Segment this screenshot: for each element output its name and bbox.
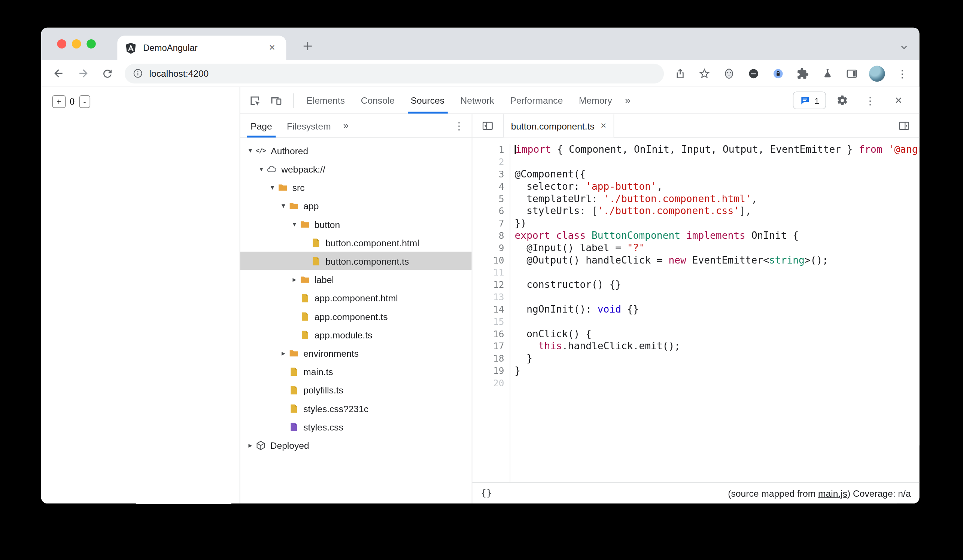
- tree-item-webpack[interactable]: ▾webpack://: [240, 159, 472, 178]
- panel-tab-memory[interactable]: Memory: [571, 87, 620, 114]
- line-number[interactable]: 1: [499, 144, 504, 156]
- tree-item-button-component-html[interactable]: button.component.html: [240, 233, 472, 252]
- file-icon: [300, 293, 310, 303]
- tree-item-app-component-ts[interactable]: app.component.ts: [240, 307, 472, 325]
- new-tab-button[interactable]: [298, 37, 317, 55]
- tree-item-environments[interactable]: ▸environments: [240, 344, 472, 363]
- devtools-close-button[interactable]: ×: [890, 92, 907, 109]
- profile-avatar[interactable]: [869, 65, 885, 82]
- navigator-menu-button[interactable]: ⋮: [446, 114, 472, 138]
- tree-item-styles-css-231c[interactable]: styles.css?231c: [240, 399, 472, 418]
- decrement-button[interactable]: -: [79, 95, 90, 108]
- tree-item-main-ts[interactable]: main.ts: [240, 363, 472, 381]
- minimize-window-button[interactable]: [72, 39, 81, 49]
- navigator-tab-page[interactable]: Page: [243, 114, 280, 138]
- line-number[interactable]: 18: [493, 353, 504, 365]
- expander-icon[interactable]: ▾: [289, 220, 300, 228]
- tree-item-label: app.module.ts: [315, 329, 373, 340]
- tree-item-polyfills-ts[interactable]: polyfills.ts: [240, 381, 472, 399]
- side-panel-button[interactable]: [844, 66, 859, 81]
- file-tab-close-button[interactable]: ×: [601, 120, 606, 131]
- status-prefix: (source mapped from: [728, 488, 818, 498]
- devtools-menu-button[interactable]: ⋮: [861, 92, 879, 109]
- line-number[interactable]: 3: [499, 168, 504, 180]
- device-toolbar-button[interactable]: [268, 92, 285, 109]
- inspect-element-button[interactable]: [246, 92, 264, 109]
- extension-dark-button[interactable]: [746, 66, 761, 81]
- toggle-navigator-button[interactable]: [477, 114, 498, 138]
- back-button[interactable]: [51, 66, 65, 81]
- line-number[interactable]: 9: [499, 242, 504, 254]
- line-number[interactable]: 16: [493, 328, 504, 340]
- expander-icon[interactable]: ▸: [289, 275, 300, 284]
- more-navigator-tabs-button[interactable]: »: [338, 114, 353, 138]
- line-number[interactable]: 4: [499, 180, 504, 193]
- line-number[interactable]: 10: [493, 254, 504, 267]
- share-icon: [674, 67, 686, 79]
- panel-tab-performance[interactable]: Performance: [502, 87, 571, 114]
- line-number[interactable]: 11: [493, 267, 504, 279]
- line-number[interactable]: 6: [499, 205, 504, 217]
- site-info-icon[interactable]: [133, 68, 143, 79]
- tree-item-src[interactable]: ▾src: [240, 178, 472, 196]
- increment-button[interactable]: +: [52, 95, 65, 108]
- bookmark-button[interactable]: [697, 66, 712, 81]
- browser-menu-button[interactable]: ⋮: [895, 66, 909, 81]
- expander-icon[interactable]: ▾: [245, 146, 255, 155]
- zoom-window-button[interactable]: [86, 39, 96, 49]
- tree-item-app[interactable]: ▾app: [240, 196, 472, 215]
- code-editor[interactable]: 1234567891011121314151617181920 import {…: [472, 138, 919, 482]
- tree-item-button-component-ts[interactable]: button.component.ts: [240, 252, 472, 270]
- more-panel-tabs-button[interactable]: »: [620, 95, 636, 106]
- expander-icon[interactable]: ▾: [256, 165, 267, 173]
- browser-tab[interactable]: DemoAngular ×: [117, 36, 286, 60]
- expander-icon[interactable]: ▸: [245, 441, 255, 450]
- folder-icon: [277, 182, 288, 193]
- expander-icon[interactable]: ▾: [268, 183, 278, 192]
- reload-button[interactable]: [100, 66, 115, 81]
- forward-button[interactable]: [76, 66, 90, 81]
- line-number[interactable]: 2: [499, 156, 504, 168]
- line-number[interactable]: 8: [499, 230, 504, 242]
- expander-icon[interactable]: ▾: [278, 201, 289, 210]
- pretty-print-button[interactable]: {}: [481, 487, 492, 498]
- line-number[interactable]: 7: [499, 217, 504, 230]
- panel-tab-elements[interactable]: Elements: [298, 87, 353, 114]
- line-number[interactable]: 17: [493, 340, 504, 353]
- line-number[interactable]: 12: [493, 279, 504, 291]
- line-number[interactable]: 19: [493, 364, 504, 377]
- address-bar[interactable]: localhost:4200: [125, 64, 664, 83]
- line-number[interactable]: 15: [493, 316, 504, 328]
- line-number[interactable]: 5: [499, 193, 504, 205]
- editor-file-tab[interactable]: button.component.ts ×: [503, 114, 614, 138]
- devtools-settings-button[interactable]: [833, 92, 851, 109]
- toolbar-separator: [293, 93, 293, 108]
- toggle-debugger-sidebar-button[interactable]: [894, 114, 915, 138]
- extension-lock-button[interactable]: [771, 66, 786, 81]
- extensions-button[interactable]: [795, 66, 810, 81]
- close-window-button[interactable]: [57, 39, 66, 49]
- expander-icon[interactable]: ▸: [278, 349, 289, 358]
- tree-item-authored[interactable]: ▾</>Authored: [240, 141, 472, 159]
- tree-item-app-component-html[interactable]: app.component.html: [240, 289, 472, 307]
- tree-item-label[interactable]: ▸label: [240, 270, 472, 289]
- panel-tab-console[interactable]: Console: [353, 87, 402, 114]
- tree-item-button[interactable]: ▾button: [240, 215, 472, 233]
- tree-item-styles-css[interactable]: styles.css: [240, 418, 472, 436]
- status-link[interactable]: main.js: [818, 488, 847, 498]
- navigator-tab-filesystem[interactable]: Filesystem: [279, 114, 338, 138]
- line-number[interactable]: 20: [493, 377, 504, 389]
- line-number[interactable]: 14: [493, 303, 504, 316]
- issues-button[interactable]: 1: [793, 91, 826, 109]
- tree-item-deployed[interactable]: ▸Deployed: [240, 436, 472, 455]
- tree-item-label: app.component.ts: [315, 311, 388, 322]
- extension-mask-button[interactable]: [721, 66, 736, 81]
- share-button[interactable]: [673, 66, 687, 81]
- panel-tab-network[interactable]: Network: [452, 87, 502, 114]
- tree-item-app-module-ts[interactable]: app.module.ts: [240, 325, 472, 344]
- experiments-button[interactable]: [820, 66, 835, 81]
- tab-search-button[interactable]: [900, 43, 908, 52]
- tab-close-button[interactable]: ×: [266, 41, 279, 55]
- line-number[interactable]: 13: [493, 291, 504, 304]
- panel-tab-sources[interactable]: Sources: [402, 87, 452, 114]
